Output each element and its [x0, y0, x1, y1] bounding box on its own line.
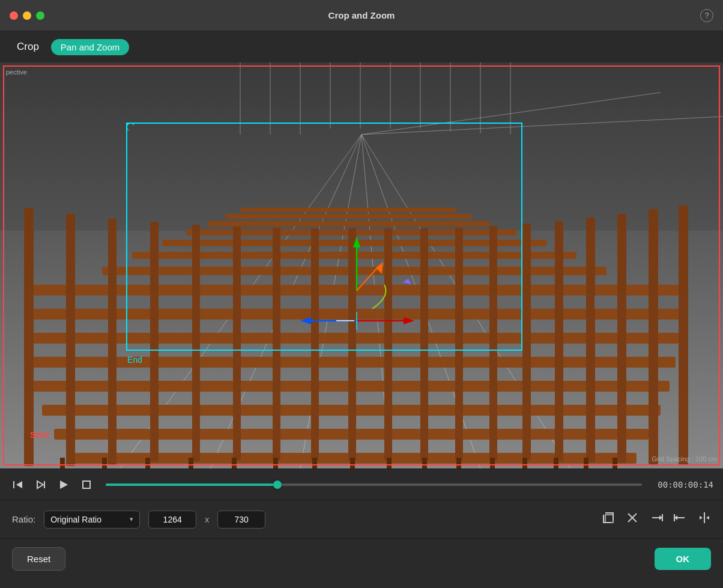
svg-rect-53: [679, 205, 688, 465]
transport-bar: 00:00:00:14: [0, 468, 723, 500]
traffic-lights: [10, 11, 44, 20]
bottom-bar: Reset OK: [0, 538, 723, 579]
svg-rect-102: [83, 481, 90, 488]
svg-rect-37: [108, 219, 116, 465]
fullscreen-button[interactable]: [36, 11, 44, 20]
tab-crop[interactable]: Crop: [12, 38, 44, 55]
height-input[interactable]: 730: [217, 511, 265, 529]
ok-button[interactable]: OK: [655, 548, 712, 570]
svg-rect-44: [384, 228, 392, 461]
svg-rect-57: [159, 296, 192, 309]
svg-rect-77: [273, 458, 278, 468]
svg-rect-74: [145, 458, 150, 468]
step-back-button[interactable]: [10, 476, 26, 493]
svg-rect-35: [24, 208, 34, 466]
perspective-label: pective: [6, 68, 27, 76]
ratio-bar: Ratio: Original Ratio ▾ 1264 x 730: [0, 500, 723, 538]
svg-rect-79: [350, 458, 355, 468]
svg-rect-45: [420, 228, 428, 461]
minimize-button[interactable]: [23, 11, 31, 20]
svg-rect-103: [605, 515, 613, 523]
help-button[interactable]: ?: [700, 9, 713, 22]
svg-rect-63: [392, 296, 420, 309]
reset-button[interactable]: Reset: [12, 547, 65, 571]
svg-rect-49: [555, 221, 563, 461]
align-right-icon-button[interactable]: [650, 511, 663, 527]
timeline-progress: [106, 483, 277, 486]
svg-rect-78: [312, 458, 317, 468]
align-left-icon-button[interactable]: [674, 511, 687, 527]
window-title: Crop and Zoom: [328, 10, 395, 20]
clear-icon-button[interactable]: [626, 511, 639, 527]
play-button[interactable]: [55, 476, 72, 493]
ratio-dropdown[interactable]: Original Ratio ▾: [44, 511, 140, 529]
crop-icon-button[interactable]: [602, 511, 615, 527]
svg-rect-54: [34, 296, 66, 309]
svg-marker-99: [16, 481, 22, 488]
svg-rect-84: [522, 458, 527, 468]
svg-rect-86: [584, 458, 588, 468]
svg-marker-114: [706, 516, 709, 520]
svg-rect-68: [563, 296, 586, 309]
svg-rect-33: [225, 214, 471, 219]
svg-rect-65: [463, 296, 489, 309]
viewport: pective End Start Grid Spacing : 100 cm: [0, 62, 723, 468]
svg-rect-43: [348, 228, 356, 461]
svg-rect-55: [76, 296, 108, 309]
stop-button[interactable]: [78, 476, 95, 493]
frame-step-forward-button[interactable]: [32, 476, 49, 493]
svg-rect-32: [207, 221, 489, 226]
close-button[interactable]: [10, 11, 18, 20]
svg-rect-41: [273, 228, 280, 461]
svg-rect-48: [522, 223, 531, 461]
svg-rect-64: [428, 296, 455, 309]
svg-rect-40: [233, 226, 241, 461]
toolbar: Crop Pan and Zoom: [0, 31, 723, 62]
grid-spacing-label: Grid Spacing : 100 cm: [652, 455, 717, 462]
ratio-selected-value: Original Ratio: [50, 515, 125, 524]
svg-rect-52: [649, 209, 658, 464]
svg-rect-75: [189, 458, 193, 468]
svg-rect-76: [232, 458, 237, 468]
svg-rect-39: [192, 225, 200, 462]
svg-rect-80: [387, 458, 392, 468]
timeline-thumb[interactable]: [273, 480, 282, 489]
titlebar: Crop and Zoom ?: [0, 0, 723, 31]
timecode-display: 00:00:00:14: [658, 480, 713, 489]
start-label: Start: [30, 430, 49, 440]
svg-rect-83: [490, 458, 495, 468]
svg-marker-101: [60, 480, 68, 489]
svg-rect-42: [311, 228, 319, 461]
svg-rect-60: [280, 296, 311, 309]
svg-rect-50: [586, 217, 595, 462]
svg-marker-100: [37, 481, 43, 488]
svg-rect-38: [150, 222, 159, 462]
svg-rect-59: [241, 296, 273, 309]
ratio-label: Ratio:: [12, 514, 35, 524]
svg-rect-72: [60, 458, 65, 468]
svg-rect-61: [319, 296, 348, 309]
svg-rect-67: [531, 296, 555, 309]
svg-rect-70: [626, 296, 649, 309]
svg-rect-82: [456, 458, 461, 468]
scene-svg: [0, 62, 723, 468]
svg-rect-51: [617, 214, 626, 463]
timeline-track[interactable]: [106, 483, 642, 486]
dimension-separator: x: [205, 515, 209, 524]
svg-rect-47: [489, 226, 497, 461]
svg-rect-85: [554, 458, 558, 468]
tab-pan-and-zoom[interactable]: Pan and Zoom: [51, 39, 129, 55]
svg-rect-87: [613, 458, 617, 468]
svg-rect-56: [116, 296, 150, 309]
svg-rect-36: [66, 214, 75, 466]
svg-marker-113: [700, 516, 703, 520]
flip-icon-button[interactable]: [698, 511, 711, 527]
svg-rect-71: [658, 296, 679, 309]
svg-rect-46: [455, 228, 463, 461]
width-input[interactable]: 1264: [148, 511, 196, 529]
svg-rect-66: [497, 296, 522, 309]
svg-rect-58: [200, 296, 233, 309]
svg-rect-34: [240, 208, 456, 212]
ratio-action-icons: [602, 511, 711, 527]
svg-rect-73: [102, 458, 107, 468]
